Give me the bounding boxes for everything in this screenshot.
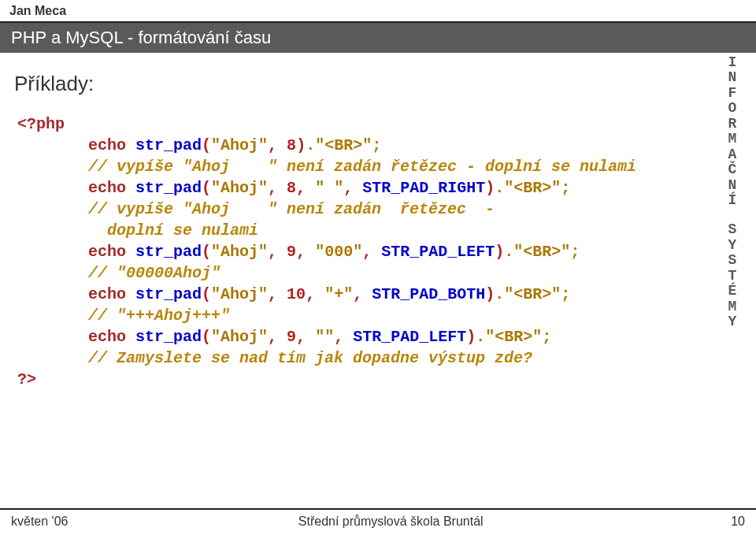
code-string: ."<BR>"; bbox=[306, 136, 381, 154]
code-keyword: echo bbox=[88, 243, 126, 261]
code-punct: , bbox=[362, 243, 372, 261]
subtitle: Příklady: bbox=[14, 72, 756, 96]
code-punct: ( bbox=[202, 285, 211, 303]
code-punct: , bbox=[296, 328, 306, 346]
code-punct: , bbox=[306, 285, 315, 303]
code-const: STR_PAD_BOTH bbox=[372, 285, 485, 303]
code-func: str_pad bbox=[135, 243, 202, 261]
page-title: PHP a MySQL - formátování času bbox=[0, 23, 756, 53]
code-punct: , bbox=[268, 285, 277, 303]
code-punct: , bbox=[268, 136, 277, 154]
code-func: str_pad bbox=[135, 136, 202, 154]
code-string: "+" bbox=[324, 285, 353, 303]
code-punct: ) bbox=[466, 328, 476, 346]
code-punct: ) bbox=[485, 179, 495, 197]
code-const: STR_PAD_RIGHT bbox=[362, 179, 485, 197]
code-string: ."<BR>"; bbox=[476, 328, 551, 346]
code-keyword: echo bbox=[88, 328, 126, 346]
code-punct: ) bbox=[485, 285, 495, 303]
code-keyword: echo bbox=[88, 136, 126, 154]
code-string: "Ahoj" bbox=[211, 136, 268, 154]
code-number: 10 bbox=[287, 285, 306, 303]
code-punct: ) bbox=[296, 136, 306, 154]
footer-page-number: 10 bbox=[713, 515, 745, 529]
code-string: "000" bbox=[315, 243, 362, 261]
code-string: " " bbox=[315, 179, 343, 197]
code-keyword: echo bbox=[88, 179, 126, 197]
code-punct: , bbox=[353, 285, 362, 303]
code-punct: , bbox=[343, 179, 353, 197]
code-comment: // vypíše "Ahoj " není zadán řetězec - bbox=[88, 200, 495, 218]
code-func: str_pad bbox=[135, 179, 202, 197]
code-string: "Ahoj" bbox=[211, 328, 268, 346]
code-string: "" bbox=[315, 328, 334, 346]
code-block: <?php echo str_pad("Ahoj", 8)."<BR>"; //… bbox=[14, 113, 756, 390]
code-punct: , bbox=[268, 243, 277, 261]
code-func: str_pad bbox=[135, 285, 202, 303]
footer-date: květen '06 bbox=[11, 515, 68, 529]
code-const: STR_PAD_LEFT bbox=[353, 328, 466, 346]
code-punct: ) bbox=[495, 243, 504, 261]
code-keyword: ?> bbox=[17, 370, 36, 388]
code-const: STR_PAD_LEFT bbox=[381, 243, 495, 261]
code-number: 8 bbox=[287, 136, 296, 154]
code-keyword: <?php bbox=[17, 115, 65, 133]
footer: květen '06 Střední průmyslová škola Brun… bbox=[0, 508, 756, 535]
code-punct: ( bbox=[202, 179, 211, 197]
code-string: ."<BR>"; bbox=[495, 179, 570, 197]
author-name: Jan Meca bbox=[0, 0, 756, 18]
code-string: "Ahoj" bbox=[211, 179, 268, 197]
code-comment: // Zamyslete se nad tím jak dopadne výst… bbox=[88, 349, 532, 367]
code-string: ."<BR>"; bbox=[495, 285, 570, 303]
code-punct: , bbox=[296, 179, 306, 197]
code-punct: ( bbox=[202, 243, 211, 261]
code-keyword: echo bbox=[88, 285, 126, 303]
content-area: Příklady: <?php echo str_pad("Ahoj", 8).… bbox=[0, 53, 756, 390]
code-func: str_pad bbox=[135, 328, 202, 346]
code-string: "Ahoj" bbox=[211, 243, 268, 261]
code-number: 9 bbox=[287, 328, 296, 346]
code-comment: // "+++Ahoj+++" bbox=[88, 307, 230, 325]
code-string: "Ahoj" bbox=[211, 285, 268, 303]
code-punct: , bbox=[268, 179, 277, 197]
code-comment: doplní se nulami bbox=[107, 221, 258, 240]
code-comment: // "00000Ahoj" bbox=[88, 264, 220, 282]
code-punct: ( bbox=[202, 136, 211, 154]
code-comment: // vypíše "Ahoj " není zadán řetězec - d… bbox=[88, 158, 636, 176]
code-string: ."<BR>"; bbox=[504, 243, 580, 261]
code-punct: , bbox=[296, 243, 306, 261]
code-punct: , bbox=[334, 328, 343, 346]
code-number: 8 bbox=[287, 179, 296, 197]
code-punct: , bbox=[268, 328, 277, 346]
code-number: 9 bbox=[287, 243, 296, 261]
footer-school: Střední průmyslová škola Bruntál bbox=[68, 515, 713, 529]
code-punct: ( bbox=[202, 328, 211, 346]
